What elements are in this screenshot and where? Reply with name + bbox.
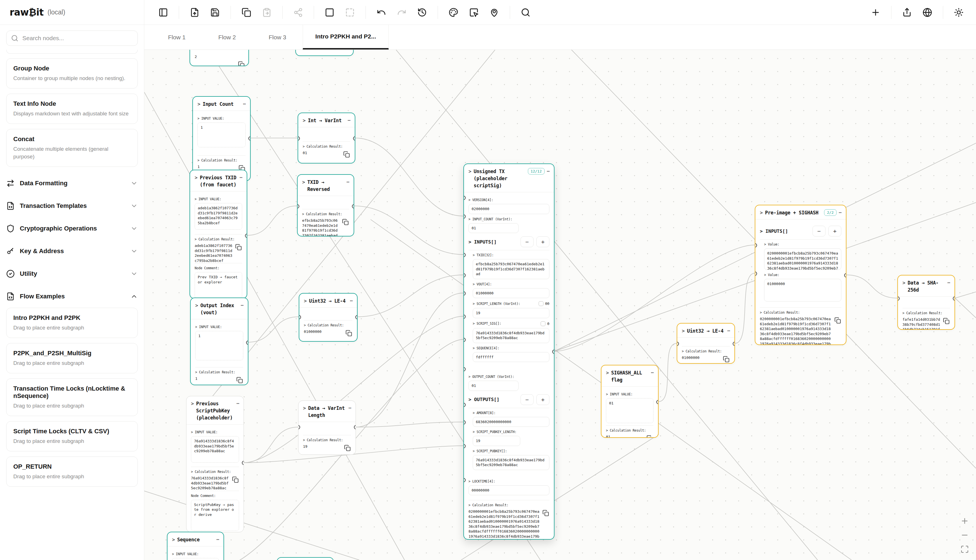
node-input-count[interactable]: >Input Count⋯> INPUT VALUE:1> Calculatio… — [192, 96, 251, 181]
copy-button[interactable] — [722, 355, 730, 363]
node-menu-icon[interactable]: ⋯ — [217, 536, 220, 542]
node-partial-top-left[interactable]: 2 — [190, 50, 249, 66]
field-input[interactable]: 0200000001efbcb8a25b793c067470ea61edeb2e… — [764, 248, 841, 270]
copy-button[interactable] — [235, 243, 242, 251]
port-right[interactable] — [353, 136, 355, 140]
value-input[interactable]: fffffffd — [172, 558, 219, 560]
node-partial-bottom-center[interactable] — [277, 557, 334, 560]
toggle-sidebar-button[interactable] — [155, 4, 172, 21]
theme-palette-button[interactable] — [445, 4, 462, 21]
node-data-sha256d[interactable]: >Data → SHA-256d⋯> Calculation Result:fa… — [898, 275, 955, 330]
node-sighash-all-flag[interactable]: >SIGHASH_ALL flag⋯> INPUT VALUE:01> Calc… — [601, 365, 659, 438]
array-add-button[interactable]: + — [536, 237, 549, 247]
collapse-chevron[interactable]: > — [606, 369, 609, 376]
node-preimage-sighash[interactable]: >Pre-image + SIGHASH2/2⋯> INPUTS[]−+> Va… — [755, 205, 846, 345]
save-button[interactable] — [206, 4, 224, 21]
collapse-chevron[interactable]: > — [197, 101, 200, 107]
node-prev-txid[interactable]: >Previous TXID (from faucet)⋯> INPUT VAL… — [190, 170, 247, 299]
node-int-to-varint[interactable]: >Int → VarInt⋯> Calculation Result:01 — [298, 113, 355, 163]
comment-input[interactable]: ScriptPubKey → paste from explorer or de… — [191, 500, 239, 531]
multi-select-button[interactable] — [341, 4, 359, 21]
flow-canvas[interactable]: 2>Input Count⋯> INPUT VALUE:1> Calculati… — [144, 50, 976, 560]
copy-button[interactable] — [238, 61, 245, 66]
array-add-button[interactable]: + — [828, 226, 841, 237]
tab-4[interactable]: Intro P2PKH and P2... — [303, 25, 389, 50]
flow-example-card[interactable]: Transaction Time Locks (nLocktime & nSeq… — [6, 378, 138, 416]
field-input[interactable]: 01000000 — [473, 288, 549, 298]
sidebar-category-utility[interactable]: Utility — [6, 262, 138, 285]
array-remove-button[interactable]: − — [812, 226, 826, 237]
copy-button[interactable] — [342, 218, 349, 226]
collapse-chevron[interactable]: > — [302, 179, 305, 185]
port-right[interactable] — [552, 350, 554, 354]
field-input[interactable]: 76a914333d1836c8f4db933eae179bd5bf5ec920… — [473, 328, 549, 343]
search-button[interactable] — [517, 4, 534, 21]
node-menu-icon[interactable]: ⋯ — [347, 179, 350, 185]
node-card[interactable]: Group NodeContainer to group multiple no… — [6, 58, 138, 88]
copy-button[interactable] — [236, 377, 243, 384]
field-input[interactable]: 01 — [469, 223, 519, 233]
new-flow-button[interactable] — [867, 4, 884, 21]
value-input[interactable]: 1 — [197, 122, 245, 147]
copy-button[interactable] — [943, 317, 950, 325]
redo-button[interactable] — [393, 4, 410, 21]
collapse-chevron[interactable]: > — [304, 298, 307, 304]
copy-button[interactable] — [343, 151, 350, 158]
sidebar-category-flow-examples[interactable]: Flow Examples — [6, 285, 138, 308]
tab-2[interactable]: Flow 2 — [202, 25, 252, 50]
fit-view-button[interactable] — [958, 543, 971, 555]
copy-button[interactable] — [646, 435, 654, 438]
node-unsigned-tx[interactable]: >Unsigned TX (placeholder scriptSig)12/1… — [464, 163, 554, 540]
flow-example-card[interactable]: P2PK_and_P2SH_MultiSigDrag to place enti… — [6, 343, 138, 373]
field-input[interactable]: 6836020000000000 — [473, 417, 549, 427]
collapse-chevron[interactable]: > — [469, 168, 471, 175]
node-menu-icon[interactable]: ⋯ — [948, 280, 951, 286]
zoom-in-button[interactable] — [958, 515, 971, 527]
collapse-chevron[interactable]: > — [303, 405, 306, 412]
copy-button[interactable] — [238, 4, 255, 21]
field-input[interactable]: 01 — [469, 381, 519, 391]
node-menu-icon[interactable]: ⋯ — [547, 168, 550, 174]
node-txid-reversed[interactable]: >TXID → Reversed⋯> Calculation Result:ef… — [297, 174, 354, 237]
copy-button[interactable] — [834, 317, 841, 324]
port-right[interactable] — [249, 136, 251, 140]
tab-1[interactable]: Flow 1 — [152, 25, 202, 50]
sidebar-list[interactable]: Group NodeContainer to group multiple no… — [0, 50, 144, 560]
node-menu-icon[interactable]: ⋯ — [651, 369, 654, 376]
node-menu-icon[interactable]: ⋯ — [240, 174, 243, 180]
collapse-chevron[interactable]: > — [760, 209, 763, 216]
port-right[interactable] — [844, 273, 846, 277]
node-sequence[interactable]: >Sequence⋯> INPUT VALUE:fffffffd — [167, 532, 224, 560]
array-remove-button[interactable]: − — [521, 394, 534, 405]
field-input[interactable]: fdffffff — [473, 352, 549, 362]
language-button[interactable] — [919, 4, 936, 21]
node-card[interactable]: Text Info NodeDisplays markdown text wit… — [6, 93, 138, 124]
collapse-chevron[interactable]: > — [682, 328, 685, 334]
node-menu-icon[interactable]: ⋯ — [243, 101, 246, 107]
node-menu-icon[interactable]: ⋯ — [727, 328, 731, 334]
paste-button[interactable] — [258, 4, 275, 21]
port-right[interactable] — [953, 297, 955, 301]
flow-example-card[interactable]: Intro P2PKH and P2PKDrag to place entire… — [6, 308, 138, 338]
value-input[interactable]: 1 — [195, 331, 243, 360]
flow-example-card[interactable]: OP_RETURNDrag to place entire subgraph — [6, 457, 138, 487]
collapse-chevron[interactable]: > — [191, 400, 194, 407]
node-menu-icon[interactable]: ⋯ — [241, 302, 244, 308]
copy-button[interactable] — [232, 476, 239, 483]
value-input[interactable]: 76a914333d1836c8f4db933eae179bd5bf5ec920… — [191, 436, 239, 463]
undo-button[interactable] — [372, 4, 390, 21]
zoom-out-button[interactable] — [958, 529, 971, 541]
node-uint32-le4-b[interactable]: >Uint32 → LE-4⋯> Calculation Result:0100… — [677, 323, 735, 364]
sidebar-category-cryptographic-operations[interactable]: Cryptographic Operations — [6, 217, 138, 240]
field-input[interactable]: 19 — [473, 436, 520, 446]
byte-checkbox[interactable] — [541, 321, 546, 326]
byte-checkbox[interactable] — [539, 301, 544, 306]
copy-button[interactable] — [344, 444, 351, 452]
collapse-chevron[interactable]: > — [195, 174, 197, 181]
field-input[interactable]: 01000000 — [764, 279, 841, 302]
tab-3[interactable]: Flow 3 — [252, 25, 303, 50]
select-rect-button[interactable] — [321, 4, 338, 21]
node-menu-icon[interactable]: ⋯ — [349, 405, 352, 411]
field-input[interactable]: 02000000 — [469, 204, 549, 214]
locate-user-button[interactable] — [485, 4, 503, 21]
